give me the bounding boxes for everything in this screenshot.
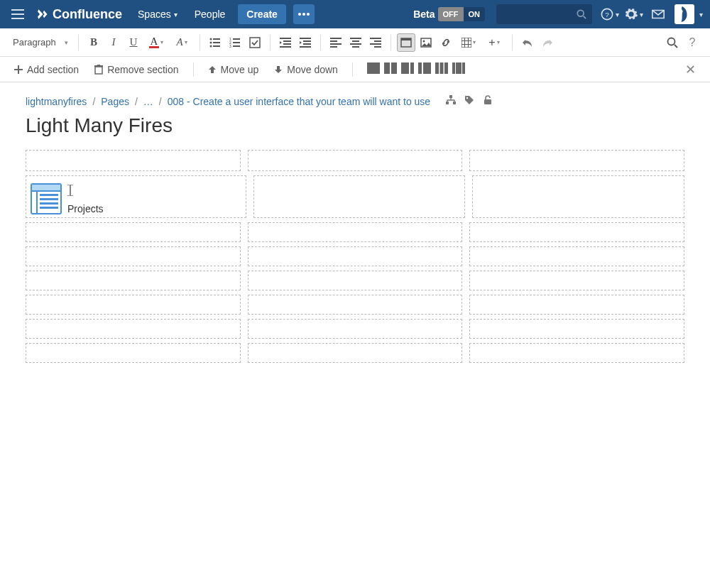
align-left-button[interactable] [327,33,345,52]
help-icon[interactable]: ? ▾ [599,0,621,28]
insert-more-button[interactable]: +▾ [482,33,506,52]
undo-button[interactable] [518,33,537,52]
layout-2col-button[interactable] [384,62,397,76]
restrictions-icon[interactable] [483,95,493,107]
layout-cell[interactable] [26,246,241,266]
layout-3col-sidebars-button[interactable] [452,62,465,76]
align-right-button[interactable] [366,33,385,52]
confluence-logo[interactable]: Confluence [36,7,122,22]
create-button[interactable]: Create [238,4,286,24]
layout-cell[interactable] [469,222,684,242]
layout-1col-button[interactable] [367,62,380,76]
svg-line-7 [584,16,586,19]
section-toolbar: Add section Remove section Move up Move … [0,57,710,82]
svg-rect-59 [367,62,380,74]
layout-cell[interactable] [248,222,463,242]
remove-section-button[interactable]: Remove section [89,61,184,78]
caret-down-icon: ▾ [174,11,178,18]
layout-cell[interactable] [26,222,241,242]
layout-cell[interactable] [248,150,463,171]
more-formatting-button[interactable]: A▾ [170,33,194,52]
layout-cell[interactable]: Projects [26,175,246,218]
svg-rect-69 [452,62,455,74]
svg-point-46 [423,40,425,42]
svg-rect-63 [410,62,414,74]
italic-button[interactable]: I [104,33,123,52]
svg-rect-41 [370,43,381,45]
svg-text:3: 3 [229,44,231,48]
layout-cell[interactable] [26,295,241,315]
underline-button[interactable]: U [124,33,143,52]
paragraph-style-select[interactable]: Paragraph▾ [9,33,72,52]
breadcrumb-current[interactable]: 008 - Create a user interface that your … [168,96,430,107]
page-macro-icon[interactable] [31,183,62,214]
breadcrumb-pages[interactable]: Pages [101,96,129,107]
layout-cell[interactable] [26,271,241,290]
quick-search[interactable] [496,4,592,24]
insert-table-button[interactable]: ▾ [457,33,481,52]
layout-cell[interactable] [26,150,241,171]
layout-2col-left-button[interactable] [401,62,414,76]
insert-files-button[interactable] [417,33,435,52]
profile-avatar[interactable] [674,4,694,24]
layout-cell[interactable] [469,246,684,266]
labels-icon[interactable] [464,95,474,107]
insert-link-button[interactable] [437,33,455,52]
redo-button[interactable] [538,33,557,52]
layout-cell[interactable] [248,343,463,363]
layout-cell[interactable] [26,319,241,339]
svg-rect-60 [384,62,390,74]
align-center-button[interactable] [346,33,365,52]
layout-2col-right-button[interactable] [418,62,431,76]
svg-rect-56 [95,67,102,74]
layout-cell[interactable] [472,175,684,218]
svg-rect-47 [462,38,471,48]
move-up-button[interactable]: Move up [202,61,265,78]
create-more-button[interactable] [293,4,315,24]
editor-help-button[interactable]: ? [683,33,701,52]
layout-cell[interactable] [253,175,466,218]
layout-cell[interactable] [248,319,463,339]
layout-cell[interactable] [469,271,684,290]
app-switcher-icon[interactable] [7,0,28,28]
layout-cell[interactable] [248,295,463,315]
layout-cell[interactable] [26,343,241,363]
layout-cell[interactable] [248,271,463,290]
layout-3col-button[interactable] [435,62,448,76]
close-section-toolbar-button[interactable]: ✕ [679,62,701,77]
bold-button[interactable]: B [84,33,103,52]
task-list-button[interactable] [246,33,264,52]
svg-rect-58 [97,65,100,65]
layout-cell[interactable] [469,343,684,363]
nav-spaces[interactable]: Spaces▾ [131,0,185,28]
layout-grid[interactable]: Projects [26,150,684,363]
svg-rect-73 [446,102,449,104]
breadcrumb-space[interactable]: lightmanyfires [26,96,87,107]
svg-rect-74 [453,102,456,104]
nav-people[interactable]: People [187,0,233,28]
text-color-button[interactable]: A▾ [144,33,168,52]
layout-cell[interactable] [469,150,684,171]
caret-down-icon: ▾ [473,39,476,45]
move-down-button[interactable]: Move down [268,61,344,78]
add-section-button[interactable]: Add section [9,61,84,78]
svg-rect-13 [213,42,220,43]
settings-icon[interactable]: ▾ [623,0,645,28]
page-layout-button[interactable] [397,33,415,52]
layout-cell[interactable] [248,246,463,266]
svg-rect-62 [401,62,409,74]
svg-rect-71 [462,62,465,74]
outdent-button[interactable] [276,33,295,52]
breadcrumb: lightmanyfires / Pages / … / 008 - Creat… [26,95,684,107]
beta-toggle[interactable]: OFF ON [438,7,486,21]
indent-button[interactable] [296,33,315,52]
numbered-list-button[interactable]: 123 [226,33,244,52]
bulleted-list-button[interactable] [206,33,224,52]
layout-cell[interactable] [469,295,684,315]
page-tree-icon[interactable] [446,95,456,107]
notifications-icon[interactable] [648,0,669,28]
breadcrumb-ellipsis[interactable]: … [143,96,153,107]
layout-cell[interactable] [469,319,684,339]
page-title[interactable]: Light Many Fires [26,114,684,137]
find-replace-button[interactable] [663,33,682,52]
